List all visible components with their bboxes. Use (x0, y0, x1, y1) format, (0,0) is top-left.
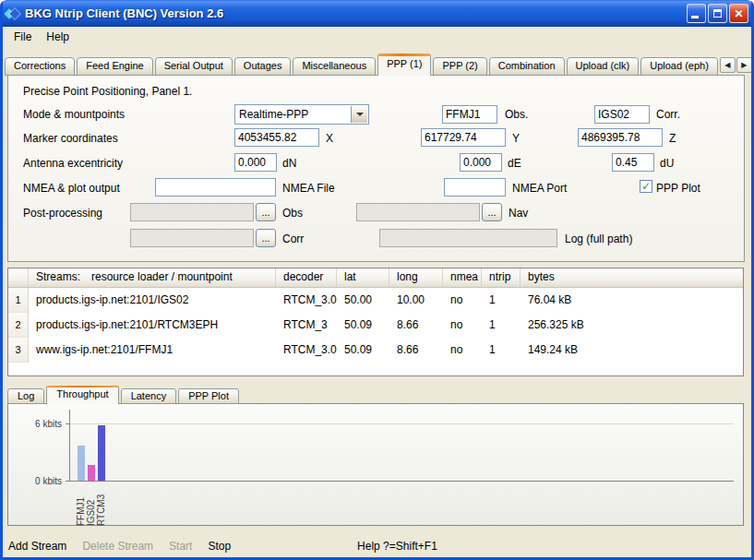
maximize-button[interactable] (708, 4, 727, 23)
chart-gridline (70, 423, 734, 424)
col-header-bytes[interactable]: bytes (521, 268, 743, 287)
post-corr-path-input (130, 229, 254, 247)
antenna-dn-label: dN (282, 157, 296, 170)
menu-file[interactable]: File (6, 29, 39, 45)
cell-nmea: no (443, 338, 482, 363)
browse-obs-button[interactable]: ... (256, 203, 276, 221)
mode-select-dropdown-button[interactable] (351, 106, 367, 123)
bottom-tab-ppp-plot[interactable]: PPP Plot (178, 388, 239, 404)
obs-mountpoint-input[interactable] (442, 105, 497, 124)
cell-ntrip: 1 (482, 313, 521, 338)
action-help-shift-f1[interactable]: Help ?=Shift+F1 (357, 540, 437, 553)
title-bar[interactable]: BKG Ntrip Client (BNC) Version 2.6 ✕ (0, 0, 754, 27)
marker-y-input[interactable] (421, 128, 506, 147)
action-start[interactable]: Start (169, 540, 192, 553)
ppp1-panel: Precise Point Positioning, Panel 1. Mode… (7, 75, 745, 262)
marker-x-input[interactable] (234, 128, 319, 147)
minimize-icon (691, 16, 699, 18)
minimize-button[interactable] (687, 4, 706, 23)
nmea-plot-output-label: NMEA & plot output (23, 182, 120, 195)
ppp-plot-label: PPP Plot (656, 182, 700, 195)
chart-category-label: IGS02 (86, 485, 96, 526)
menu-help[interactable]: Help (39, 29, 77, 45)
streams-table: Streams:resource loader / mountpoint dec… (7, 268, 744, 376)
chart-tick-label: 0 kbits (12, 476, 62, 486)
col-header-lat[interactable]: lat (337, 268, 389, 287)
cell-mountpoint: www.igs-ip.net:2101/FFMJ1 (29, 338, 276, 363)
antenna-dn-input[interactable] (234, 153, 277, 172)
col-header-long[interactable]: long (389, 268, 443, 287)
stream-row-3[interactable]: 3www.igs-ip.net:2101/FFMJ1RTCM_3.050.098… (8, 338, 743, 363)
nmea-file-input[interactable] (155, 178, 276, 197)
app-window: BKG Ntrip Client (BNC) Version 2.6 ✕ Fil… (0, 0, 754, 560)
tab-combination[interactable]: Combination (489, 57, 565, 76)
nmea-port-label: NMEA Port (512, 182, 567, 195)
tab-ppp-1[interactable]: PPP (1) (377, 54, 431, 76)
check-icon: ✓ (641, 181, 651, 192)
tab-corrections[interactable]: Corrections (5, 57, 75, 76)
bottom-tab-log[interactable]: Log (7, 388, 44, 404)
post-obs-label: Obs (282, 207, 303, 220)
col-header-mountpoint[interactable]: Streams:resource loader / mountpoint (29, 268, 276, 287)
col-header-ntrip[interactable]: ntrip (482, 268, 521, 287)
obs-mountpoint-label: Obs. (505, 108, 528, 121)
tab-miscellaneous[interactable]: Miscellaneous (293, 57, 376, 76)
tab-upload-clk[interactable]: Upload (clk) (567, 57, 640, 76)
cell-mountpoint: products.igs-ip.net:2101/RTCM3EPH (29, 313, 276, 338)
browse-corr-button[interactable]: ... (256, 229, 276, 247)
streams-caption: Streams: (36, 270, 80, 283)
cell-num: 3 (8, 338, 29, 363)
cell-decoder: RTCM_3 (276, 313, 337, 338)
cell-long: 8.66 (389, 313, 443, 338)
tab-scroll-left-button[interactable]: ◀ (720, 57, 736, 73)
chart-y-axis (69, 410, 70, 481)
cell-num: 1 (8, 288, 29, 313)
menu-bar: FileHelp (3, 27, 751, 47)
action-add-stream[interactable]: Add Stream (8, 540, 66, 553)
browse-nav-button[interactable]: ... (482, 203, 502, 221)
antenna-du-label: dU (660, 157, 674, 170)
marker-coordinates-label: Marker coordinates (23, 132, 118, 145)
action-delete-stream[interactable]: Delete Stream (82, 540, 153, 553)
chart-bar-igs02 (88, 465, 95, 481)
cell-num: 2 (8, 313, 29, 338)
tab-outages[interactable]: Outages (234, 57, 292, 76)
cell-bytes: 76.04 kB (521, 288, 743, 313)
antenna-excentricity-label: Antenna excentricity (23, 157, 123, 170)
antenna-du-input[interactable] (612, 153, 654, 172)
nmea-port-input[interactable] (444, 178, 506, 197)
close-button[interactable]: ✕ (729, 4, 748, 23)
tab-upload-eph[interactable]: Upload (eph) (640, 57, 718, 76)
tab-scroll-right-button[interactable]: ▶ (736, 57, 752, 73)
tab-serial-output[interactable]: Serial Output (155, 57, 233, 76)
tab-feed-engine[interactable]: Feed Engine (77, 57, 152, 76)
col-header-decoder[interactable]: decoder (276, 268, 337, 287)
post-obs-path-input (130, 203, 254, 221)
chart-category-label: FFMJ1 (76, 485, 86, 526)
cell-mountpoint: products.igs-ip.net:2101/IGS02 (29, 288, 276, 313)
cell-decoder: RTCM_3.0 (276, 338, 337, 363)
table-header: Streams:resource loader / mountpoint dec… (8, 268, 743, 288)
ppp-plot-checkbox[interactable]: ✓ (640, 180, 652, 193)
scroll-right-icon: ▶ (741, 61, 747, 69)
cell-ntrip: 1 (482, 338, 521, 363)
corr-mountpoint-input[interactable] (594, 105, 650, 124)
cell-lat: 50.09 (337, 313, 389, 338)
post-nav-label: Nav (509, 207, 528, 220)
tab-scrollers: ◀ ▶ (720, 57, 752, 73)
marker-z-input[interactable] (578, 128, 663, 147)
chart-bar-rtcm3 (98, 425, 105, 481)
chart-bar-ffmj1 (78, 446, 85, 481)
col-header-nmea[interactable]: nmea (443, 268, 482, 287)
corr-mountpoint-label: Corr. (656, 108, 680, 121)
stream-row-1[interactable]: 1products.igs-ip.net:2101/IGS02RTCM_3.05… (8, 288, 743, 313)
mode-select[interactable]: Realtime-PPP (234, 104, 369, 125)
antenna-de-input[interactable] (460, 153, 502, 172)
tab-ppp-2[interactable]: PPP (2) (433, 57, 486, 76)
action-stop[interactable]: Stop (208, 540, 231, 553)
mode-mountpoints-label: Mode & mountpoints (23, 108, 125, 121)
bottom-tab-throughput[interactable]: Throughput (46, 386, 118, 404)
stream-row-2[interactable]: 2products.igs-ip.net:2101/RTCM3EPHRTCM_3… (8, 313, 743, 338)
bottom-tab-latency[interactable]: Latency (121, 388, 177, 404)
cell-nmea: no (443, 313, 482, 338)
